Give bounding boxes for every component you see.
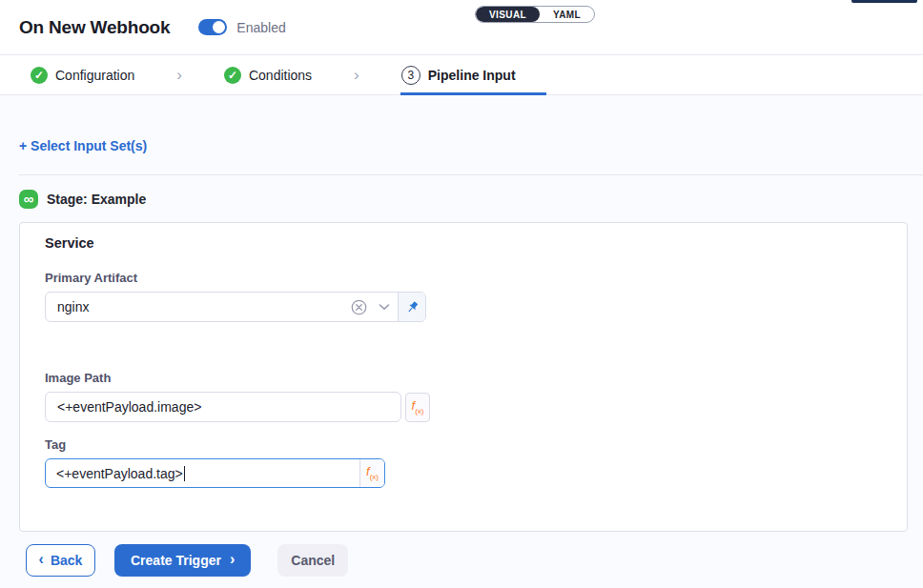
page-header: On New Webhook Enabled VISUAL YAML <box>0 0 923 55</box>
mode-yaml-button[interactable]: YAML <box>540 7 594 22</box>
tab-pipeline-input-label: Pipeline Input <box>428 68 516 83</box>
footer-actions: ‹ Back Create Trigger › Cancel <box>19 544 923 577</box>
chevron-down-icon[interactable] <box>371 293 398 321</box>
visual-yaml-toggle: VISUAL YAML <box>475 6 595 23</box>
tab-conditions[interactable]: ✓ Conditions <box>224 55 312 94</box>
chevron-left-icon: ‹ <box>39 552 44 569</box>
primary-artifact-label: Primary Artifact <box>45 271 882 285</box>
partial-cutoff-button[interactable] <box>851 0 917 3</box>
wizard-tabbar: ✓ Configuration › ✓ Conditions › 3 Pipel… <box>0 55 923 95</box>
mode-visual-button[interactable]: VISUAL <box>476 7 540 22</box>
tab-conditions-label: Conditions <box>249 68 312 83</box>
service-card: Service Primary Artifact Image Path f(x)… <box>19 222 908 532</box>
image-path-input[interactable] <box>45 392 401 422</box>
select-input-sets-link[interactable]: + Select Input Set(s) <box>19 138 147 153</box>
enabled-toggle-wrap: Enabled <box>198 19 285 35</box>
image-path-label: Image Path <box>45 371 882 385</box>
expression-fx-button[interactable]: f(x) <box>405 393 430 422</box>
primary-artifact-input[interactable] <box>46 293 346 321</box>
chevron-right-icon: › <box>176 66 182 85</box>
cancel-button[interactable]: Cancel <box>277 544 348 577</box>
check-circle-icon: ✓ <box>224 67 241 84</box>
toggle-knob <box>213 21 225 33</box>
stage-label: Stage: Example <box>47 192 146 207</box>
tag-label: Tag <box>45 437 882 452</box>
deploy-stage-icon: ∞ <box>19 190 38 209</box>
service-heading: Service <box>45 235 882 251</box>
enabled-toggle-label: Enabled <box>236 20 285 35</box>
chevron-right-icon: › <box>354 66 359 85</box>
section-divider <box>19 174 923 175</box>
pin-icon[interactable] <box>398 293 425 321</box>
image-path-row: f(x) <box>45 392 882 422</box>
check-circle-icon: ✓ <box>31 67 48 84</box>
create-trigger-button[interactable]: Create Trigger › <box>114 544 251 577</box>
step-number-icon: 3 <box>401 66 420 85</box>
tag-input[interactable]: <+eventPayload.tag> <box>46 459 359 487</box>
primary-artifact-select <box>45 292 426 322</box>
tab-pipeline-input[interactable]: 3 Pipeline Input <box>401 55 516 94</box>
enabled-toggle[interactable] <box>198 19 227 35</box>
page-title: On New Webhook <box>19 17 170 38</box>
tab-configuration[interactable]: ✓ Configuration <box>31 55 134 94</box>
tag-input-group: <+eventPayload.tag> f(x) <box>45 458 385 488</box>
back-button[interactable]: ‹ Back <box>26 544 95 577</box>
pipeline-input-panel: + Select Input Set(s) ∞ Stage: Example S… <box>0 95 923 588</box>
tab-configuration-label: Configuration <box>55 68 134 83</box>
clear-icon[interactable] <box>346 293 371 321</box>
text-caret <box>184 466 185 481</box>
expression-fx-button[interactable]: f(x) <box>359 459 384 487</box>
stage-row: ∞ Stage: Example <box>19 190 923 209</box>
chevron-right-icon: › <box>230 552 235 569</box>
